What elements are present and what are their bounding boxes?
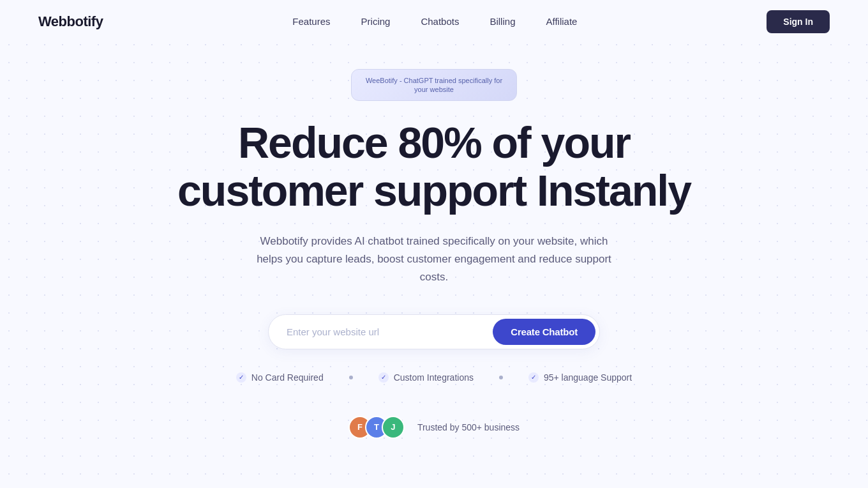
trust-item-2: ✓ 95+ language Support [528,372,632,383]
trust-divider-1 [349,376,353,379]
hero-title-line2: customer support Instanly [177,166,691,215]
nav-pricing[interactable]: Pricing [361,16,391,27]
create-chatbot-button[interactable]: Create Chatbot [493,319,595,345]
url-input-row: Create Chatbot [268,314,600,349]
url-input[interactable] [287,326,493,337]
navbar: Webbotify Features Pricing Chatbots Bill… [0,0,868,43]
trust-item-0: ✓ No Card Required [236,372,324,383]
hero-title-line1: Reduce 80% of your [238,118,630,167]
hero-section: WeeBotify - ChatGPT trained specifically… [0,43,868,439]
hero-title: Reduce 80% of your customer support Inst… [177,119,691,215]
trust-item-1: ✓ Custom Integrations [378,372,474,383]
check-icon-2: ✓ [528,372,539,383]
nav-chatbots[interactable]: Chatbots [421,16,459,27]
hero-badge: WeeBotify - ChatGPT trained specifically… [351,69,517,101]
check-icon-1: ✓ [378,372,389,383]
trust-badges: ✓ No Card Required ✓ Custom Integrations… [236,372,632,383]
hero-badge-text: WeeBotify - ChatGPT trained specifically… [352,76,516,95]
nav-affiliate[interactable]: Affiliate [546,16,577,27]
trust-label-1: Custom Integrations [394,372,474,383]
avatar-group: F T J [348,416,405,439]
trust-label-0: No Card Required [251,372,324,383]
trust-divider-2 [499,376,503,379]
logo: Webbotify [38,13,103,30]
trusted-text: Trusted by 500+ business [417,422,520,432]
nav-features[interactable]: Features [292,16,330,27]
trust-label-2: 95+ language Support [544,372,632,383]
signin-button[interactable]: Sign In [767,10,830,33]
trusted-section: F T J Trusted by 500+ business [348,416,520,439]
avatar-2: J [382,416,405,439]
nav-billing[interactable]: Billing [490,16,515,27]
check-icon-0: ✓ [236,372,246,383]
hero-subtitle: Webbotify provides AI chatbot trained sp… [255,233,613,286]
nav-links: Features Pricing Chatbots Billing Affili… [292,16,577,27]
